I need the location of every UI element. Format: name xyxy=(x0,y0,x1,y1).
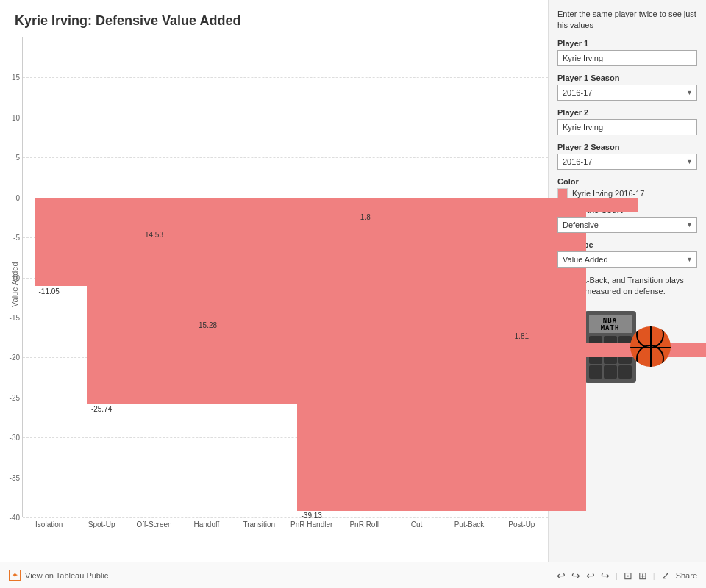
fullscreen-button[interactable]: ⊞ xyxy=(638,570,647,581)
back-button[interactable]: ↩ xyxy=(586,570,595,581)
chart-bar xyxy=(507,343,706,358)
calc-btn xyxy=(589,365,602,379)
color-field: Color Kyrie Irving 2016-17 xyxy=(557,177,697,198)
redo-button[interactable]: ↪ xyxy=(571,570,580,581)
bar-value-label: -1.8 xyxy=(349,213,378,221)
calc-btn xyxy=(604,365,617,379)
player2-season-label: Player 2 Season xyxy=(557,143,697,151)
undo-button[interactable]: ↩ xyxy=(557,570,566,581)
tableau-icon: ✦ xyxy=(9,570,21,581)
x-axis-label: Spot-Up xyxy=(75,517,127,532)
chart-area: Kyrie Irving: Defensive Value Added Valu… xyxy=(0,0,548,562)
bar-value-label: -39.13 xyxy=(297,512,326,520)
instruction-text: Enter the same player twice to see just … xyxy=(557,9,697,32)
y-tick-label: 0 xyxy=(0,193,20,201)
color-label: Color xyxy=(557,177,697,186)
tableau-link[interactable]: View on Tableau Public xyxy=(25,571,108,580)
screen-button[interactable]: ⊡ xyxy=(624,570,632,581)
bar-value-label: -15.28 xyxy=(192,321,221,329)
x-axis-label: Post-Up xyxy=(496,517,548,532)
x-axis-label: Transition xyxy=(233,517,285,532)
player1-season-wrapper: 2016-17 2015-16 2014-15 xyxy=(557,85,697,101)
player1-season-label: Player 1 Season xyxy=(557,74,697,82)
y-tick-label: -20 xyxy=(0,354,20,362)
share-label[interactable]: Share xyxy=(676,571,697,580)
player1-season-select[interactable]: 2016-17 2015-16 2014-15 xyxy=(557,85,697,101)
player2-field: Player 2 xyxy=(557,108,697,135)
bar-value-label: -11.05 xyxy=(35,287,63,295)
player2-season-select[interactable]: 2016-17 2015-16 2014-15 xyxy=(557,154,697,170)
basketball-icon xyxy=(630,326,671,367)
bottom-left: ✦ View on Tableau Public xyxy=(9,570,108,581)
chart-inner: 151050-5-10-15-20-25-30-35-40-11.05-25.7… xyxy=(22,37,548,532)
y-tick-label: 5 xyxy=(0,154,20,162)
player1-field: Player 1 xyxy=(557,39,697,66)
bar-value-label: 14.53 xyxy=(140,231,168,239)
full-page: Kyrie Irving: Defensive Value Added Valu… xyxy=(0,0,706,588)
calc-display: NBA MATH xyxy=(589,315,632,333)
forward-button[interactable]: ↪ xyxy=(601,570,610,581)
chart-bar xyxy=(349,198,638,212)
y-tick-label: -25 xyxy=(0,393,20,401)
x-axis-label: Put-Back xyxy=(443,517,495,532)
share-button[interactable]: ⤢ xyxy=(661,570,670,581)
color-text: Kyrie Irving 2016-17 xyxy=(572,189,644,198)
bar-value-label: 1.81 xyxy=(507,332,536,340)
bar-value-label: -25.74 xyxy=(87,405,115,413)
stat-type-select[interactable]: Value Added Points Per Possession Freque… xyxy=(557,251,697,268)
x-axis-label: PnR Roll xyxy=(338,517,390,532)
player1-label: Player 1 xyxy=(557,39,697,48)
player2-label: Player 2 xyxy=(557,108,697,117)
y-tick-label: -5 xyxy=(0,234,20,242)
x-axis-label: Cut xyxy=(391,517,443,532)
y-tick-label: -10 xyxy=(0,273,20,282)
player2-season-wrapper: 2016-17 2015-16 2014-15 xyxy=(557,154,697,170)
court-side-wrapper: Defensive Offensive xyxy=(557,217,697,233)
x-axis-label: Handoff xyxy=(180,517,232,532)
y-axis-label: Value Added xyxy=(7,37,22,532)
stat-type-wrapper: Value Added Points Per Possession Freque… xyxy=(557,251,697,268)
content-row: Kyrie Irving: Defensive Value Added Valu… xyxy=(0,0,706,562)
y-tick-label: 15 xyxy=(0,74,20,82)
player2-input[interactable] xyxy=(557,119,697,135)
x-axis-labels: IsolationSpot-UpOff-ScreenHandoffTransit… xyxy=(22,517,548,532)
y-tick-label: -15 xyxy=(0,313,20,321)
y-tick-label: -30 xyxy=(0,434,20,442)
court-side-select[interactable]: Defensive Offensive xyxy=(557,217,697,233)
y-tick-label: -35 xyxy=(0,473,20,481)
y-tick-label: -40 xyxy=(0,514,20,522)
player1-season-field: Player 1 Season 2016-17 2015-16 2014-15 xyxy=(557,74,697,101)
bottom-right: ↩ ↪ ↩ ↪ | ⊡ ⊞ | ⤢ Share xyxy=(557,570,697,581)
chart-title: Kyrie Irving: Defensive Value Added xyxy=(7,7,548,37)
player1-input[interactable] xyxy=(557,50,697,66)
bottom-bar: ✦ View on Tableau Public ↩ ↪ ↩ ↪ | ⊡ ⊞ |… xyxy=(0,562,706,588)
x-axis-label: Off-Screen xyxy=(128,517,180,532)
bars-container: 151050-5-10-15-20-25-30-35-40-11.05-25.7… xyxy=(22,37,548,517)
x-axis-label: Isolation xyxy=(23,517,75,532)
y-tick-label: 10 xyxy=(0,113,20,121)
player2-season-field: Player 2 Season 2016-17 2015-16 2014-15 xyxy=(557,143,697,170)
chart-wrapper: Value Added 151050-5-10-15-20-25-30-35-4… xyxy=(7,37,548,532)
calc-btn xyxy=(618,365,632,379)
